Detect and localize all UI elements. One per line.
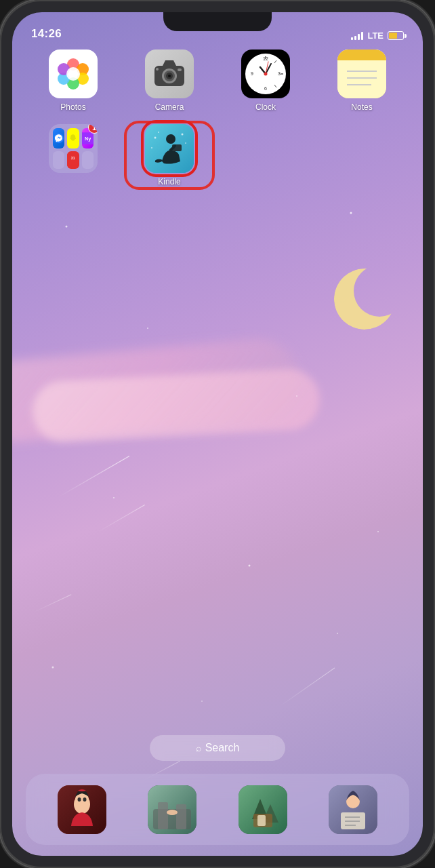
svg-point-6 (296, 395, 297, 397)
svg-point-58 (185, 142, 186, 144)
svg-point-27 (156, 68, 159, 71)
svg-point-11 (201, 701, 203, 702)
svg-point-4 (147, 328, 148, 329)
svg-text:6: 6 (264, 86, 267, 91)
svg-line-35 (274, 85, 276, 87)
signal-icon (351, 32, 363, 40)
svg-point-8 (249, 565, 251, 567)
svg-point-2 (334, 269, 395, 330)
app-folder[interactable]: Ny 31 1 (31, 124, 115, 186)
app-empty-1 (224, 124, 308, 186)
svg-point-56 (158, 132, 159, 133)
search-bar[interactable]: ⌕ Search (150, 735, 285, 761)
svg-point-63 (77, 797, 81, 802)
svg-point-10 (52, 667, 54, 669)
svg-point-55 (154, 137, 157, 139)
search-label: Search (205, 742, 240, 754)
svg-line-33 (274, 60, 276, 63)
svg-point-19 (66, 67, 80, 81)
app-kindle[interactable]: Kindle (127, 124, 211, 186)
dock-app-2[interactable] (148, 785, 196, 834)
status-time: 14:26 (31, 27, 62, 41)
dock-app-4[interactable] (329, 785, 377, 834)
svg-point-9 (337, 633, 338, 634)
svg-point-53 (166, 134, 175, 144)
svg-point-57 (182, 134, 184, 136)
app-empty-2 (320, 124, 404, 186)
svg-point-59 (151, 147, 152, 149)
notes-label: Notes (351, 102, 372, 112)
search-icon: ⌕ (196, 743, 201, 753)
camera-label: Camera (155, 102, 184, 112)
svg-point-12 (377, 531, 379, 532)
svg-point-0 (334, 269, 395, 330)
svg-text:31: 31 (71, 156, 75, 160)
svg-point-5 (350, 212, 352, 214)
clock-label: Clock (255, 102, 276, 112)
app-notes[interactable]: Notes (320, 50, 404, 112)
svg-point-25 (168, 75, 171, 77)
dock-app-1[interactable] (58, 785, 106, 834)
svg-point-69 (167, 810, 178, 815)
app-clock[interactable]: 12 3 6 9 (224, 50, 308, 112)
dock-app-3[interactable] (239, 785, 287, 834)
kindle-label: Kindle (158, 177, 180, 186)
svg-text:3: 3 (278, 71, 281, 76)
dock (26, 774, 409, 845)
notch (163, 12, 272, 31)
app-grid: Photos Camera (31, 50, 404, 186)
screen: 14:26 LTE (12, 12, 423, 856)
svg-point-64 (83, 797, 86, 802)
photos-label: Photos (60, 102, 85, 112)
svg-text:9: 9 (251, 71, 253, 76)
svg-text:Ny: Ny (85, 136, 91, 142)
svg-rect-52 (145, 124, 194, 173)
svg-rect-74 (257, 815, 266, 826)
svg-marker-21 (163, 60, 176, 66)
svg-point-3 (66, 226, 68, 228)
status-icons: LTE (351, 31, 404, 41)
svg-rect-26 (178, 68, 182, 71)
svg-point-7 (113, 497, 115, 498)
phone-frame: 14:26 LTE (0, 0, 435, 868)
svg-point-39 (264, 73, 268, 76)
app-photos[interactable]: Photos (31, 50, 115, 112)
svg-rect-42 (337, 55, 386, 60)
svg-point-1 (354, 265, 398, 317)
lte-label: LTE (367, 31, 384, 41)
battery-icon (388, 31, 404, 40)
app-camera[interactable]: Camera (127, 50, 211, 112)
svg-rect-67 (158, 802, 168, 829)
svg-rect-68 (176, 804, 186, 829)
